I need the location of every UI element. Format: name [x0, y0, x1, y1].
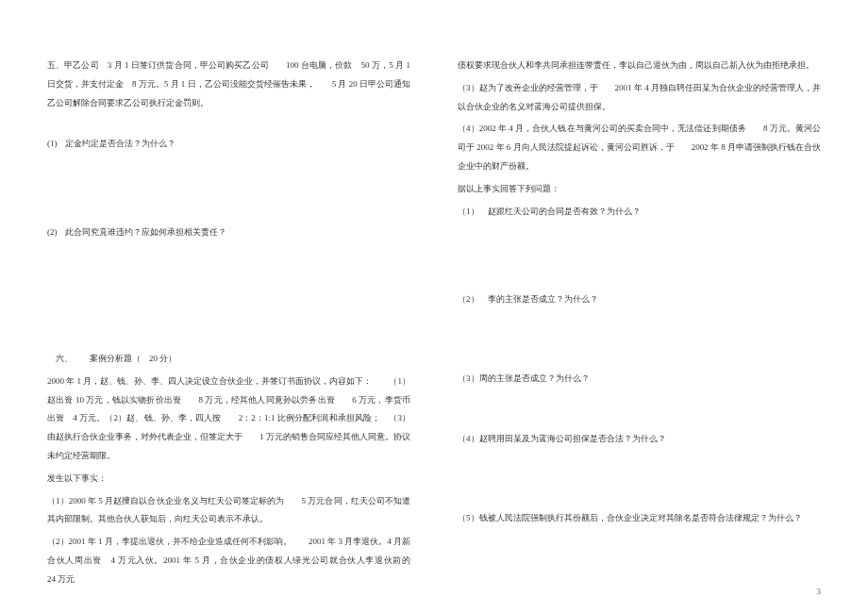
event-1: （1）2000 年 5 月赵擅自以合伙企业名义与红天公司签定标的为 5 万元合同…: [47, 492, 410, 530]
section-six-title: 六、 案例分析题（ 20 分）: [47, 350, 410, 369]
case-question-4: （4）赵聘用田某及为蓝海公司担保是否合法？为什么？: [458, 430, 821, 449]
question-2: (2) 此合同究竟谁违约？应如何承担相关责任？: [47, 224, 410, 242]
case-question-2: （2） 李的主张是否成立？为什么？: [458, 290, 821, 309]
case-question-3: （3）周的主张是否成立？为什么？: [458, 370, 821, 389]
right-column: 债权要求现合伙人和李共同承担连带责任，李以自己退伙为由，周以自己新入伙为由拒绝承…: [448, 57, 821, 594]
debt-claim-paragraph: 债权要求现合伙人和李共同承担连带责任，李以自己退伙为由，周以自己新入伙为由拒绝承…: [458, 57, 821, 75]
questions-prompt: 据以上事实回答下列问题：: [458, 180, 821, 199]
paragraph-five-intro: 五、甲乙公司 3 月 1 日签订供货合同，甲公司购买乙公司 100 台电脑，价款…: [47, 57, 410, 112]
case-facts-intro: 2000 年 1 月，赵、钱、孙、李、四人决定设立合伙企业，并签订书面协议，内容…: [47, 373, 410, 466]
left-column: 五、甲乙公司 3 月 1 日签订供货合同，甲公司购买乙公司 100 台电脑，价款…: [47, 57, 420, 594]
event-4: （4）2002 年 4 月，合伙人钱在与黄河公司的买卖合同中，无法偿还到期债务 …: [458, 120, 821, 175]
event-2: （2）2001 年 1 月，李提出退伙，并不给企业造成任何不利影响。 2001 …: [47, 533, 410, 588]
event-3: （3）赵为了改善企业的经营管理，于 2001 年 4 月独自聘任田某为合伙企业的…: [458, 79, 821, 117]
events-label: 发生以下事实：: [47, 470, 410, 489]
page-number: 3: [817, 587, 822, 596]
case-question-5: （5）钱被人民法院强制执行其份额后，合伙企业决定对其除名是否符合法律规定？为什么…: [458, 509, 821, 528]
question-1: (1) 定金约定是否合法？为什么？: [47, 135, 410, 154]
case-question-1: （1） 赵跟红天公司的合同是否有效？为什么？: [458, 203, 821, 222]
